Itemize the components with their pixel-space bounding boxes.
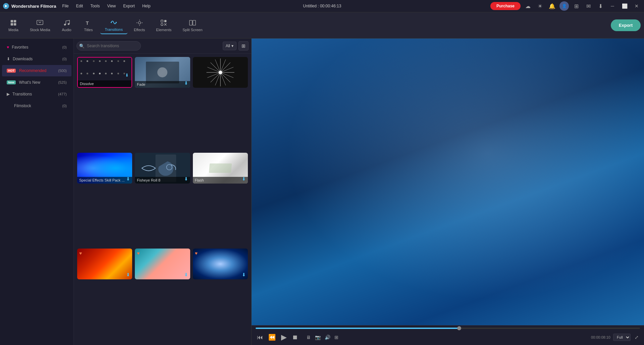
- menu-file[interactable]: File: [59, 2, 72, 10]
- notification-icon[interactable]: 🔔: [547, 1, 557, 11]
- playback-bar: ⏮ ⏪ ▶ ⏹ 🖥 📷 🔊 ⊞ 00:00:08:10 Full 1/2 1/4…: [252, 325, 644, 345]
- split-screen-label: Split Screen: [182, 28, 202, 32]
- toolbar-transitions[interactable]: Transitions: [100, 17, 127, 34]
- play-button[interactable]: ▶: [280, 332, 288, 343]
- sidebar-whatsnew-label: What's New: [19, 80, 41, 85]
- transition-fire[interactable]: ♥ ⬇: [77, 249, 132, 279]
- geo-premium-icon: ♥: [137, 251, 140, 256]
- filmstock-count: (0): [62, 104, 67, 108]
- flash-download-icon: ⬇: [242, 176, 246, 182]
- titles-label: Titles: [84, 28, 93, 32]
- transition-fade[interactable]: Fade ⬇: [135, 57, 190, 88]
- media-icon: [10, 19, 17, 26]
- transition-geo[interactable]: ♥ ⬇: [135, 249, 190, 279]
- screenshot-button[interactable]: 📷: [314, 333, 322, 341]
- volume-button[interactable]: 🔊: [323, 333, 332, 341]
- avatar-icon[interactable]: 👤: [559, 1, 569, 11]
- minimize-button[interactable]: ─: [608, 1, 617, 11]
- progress-thumb[interactable]: [457, 326, 461, 330]
- effects-icon: [136, 19, 143, 26]
- audio-label: Audio: [62, 28, 71, 32]
- fire-preview: [77, 249, 132, 279]
- menu-bar: File Edit Tools View Export Help: [59, 2, 154, 10]
- flash-label: Flash: [193, 177, 248, 184]
- fullscreen-button[interactable]: ⤢: [633, 333, 640, 341]
- monitor-button[interactable]: 🖥: [305, 333, 312, 341]
- rewind-button[interactable]: ⏮: [256, 333, 264, 342]
- app-logo: Wondershare Filmora: [3, 3, 56, 9]
- toolbar-media[interactable]: Media: [3, 17, 23, 34]
- search-input[interactable]: [76, 41, 141, 51]
- filmora-logo-icon: [3, 3, 9, 9]
- sidebar-item-whats-new[interactable]: New What's New (525): [2, 77, 71, 88]
- elements-icon: [160, 19, 167, 26]
- menu-view[interactable]: View: [104, 2, 119, 10]
- progress-track[interactable]: [256, 328, 640, 329]
- toolbar-split-screen[interactable]: Split Screen: [178, 17, 207, 34]
- sidebar-favorites-label: Favorites: [12, 45, 28, 50]
- menu-help[interactable]: Help: [139, 2, 154, 10]
- transition-special-effects[interactable]: Special Effects Skill Pack ... ⬇: [77, 153, 132, 184]
- transitions-count: (477): [58, 92, 67, 96]
- main-content: ♥ Favorites (0) ⬇ Downloads (0) HOT Reco…: [0, 39, 644, 345]
- sidebar-item-favorites[interactable]: ♥ Favorites (0): [2, 42, 71, 53]
- sidebar-item-recommended[interactable]: HOT Recommended (500): [2, 65, 71, 76]
- svg-rect-3: [11, 23, 13, 25]
- toolbar-elements[interactable]: Elements: [151, 17, 176, 34]
- close-button[interactable]: ✕: [632, 1, 641, 11]
- progress-fill: [256, 328, 459, 329]
- sidebar-transitions-label: Transitions: [12, 92, 32, 96]
- fisheye-download-icon: ⬇: [184, 176, 188, 182]
- media-label: Media: [8, 28, 18, 32]
- export-button[interactable]: Export: [611, 19, 641, 31]
- svg-point-6: [64, 23, 66, 25]
- maximize-button[interactable]: ⬜: [620, 1, 629, 11]
- geo-preview: [135, 249, 190, 279]
- purchase-button[interactable]: Purchase: [490, 2, 521, 10]
- quality-select[interactable]: Full 1/2 1/4: [613, 334, 631, 341]
- toolbar-stock-media[interactable]: Stock Media: [25, 17, 55, 34]
- chevron-right-icon: ▶: [7, 92, 10, 96]
- cloud-icon[interactable]: ☁: [523, 1, 533, 11]
- mail-icon[interactable]: ✉: [584, 1, 593, 11]
- svg-point-9: [111, 22, 112, 23]
- lightburst-download-icon: ⬇: [242, 272, 246, 277]
- filter-dropdown[interactable]: All ▾: [223, 42, 236, 50]
- prev-frame-button[interactable]: ⏪: [267, 332, 277, 342]
- menu-export[interactable]: Export: [120, 2, 138, 10]
- menu-edit[interactable]: Edit: [73, 2, 87, 10]
- transition-flash[interactable]: Flash ⬇: [193, 153, 248, 184]
- transition-lightburst[interactable]: ♥ ⬇: [193, 249, 248, 279]
- panel-body: ♥ Favorites (0) ⬇ Downloads (0) HOT Reco…: [0, 39, 251, 345]
- transition-starburst[interactable]: [193, 57, 248, 88]
- geo-download-icon: ⬇: [184, 272, 188, 277]
- sidebar-downloads-label: Downloads: [13, 57, 33, 61]
- transition-fisheye-roll[interactable]: Fisheye Roll 8 ⬇: [135, 153, 190, 184]
- toolbar-titles[interactable]: T Titles: [78, 17, 99, 34]
- brightness-icon[interactable]: ☀: [535, 1, 545, 11]
- split-screen-icon: [189, 19, 196, 26]
- preview-placeholder: [252, 39, 644, 325]
- sidebar-item-downloads[interactable]: ⬇ Downloads (0): [2, 53, 71, 65]
- toolbar-audio[interactable]: Audio: [57, 17, 77, 34]
- transition-dissolve[interactable]: ⬇ Dissolve: [77, 57, 132, 88]
- layout-button[interactable]: ⊞: [333, 333, 340, 341]
- stock-media-label: Stock Media: [30, 28, 50, 32]
- sidebar-item-filmstock[interactable]: Filmstock (0): [2, 100, 71, 112]
- favorites-count: (0): [62, 45, 67, 49]
- controls-row: ⏮ ⏪ ▶ ⏹ 🖥 📷 🔊 ⊞ 00:00:08:10 Full 1/2 1/4…: [256, 332, 640, 343]
- download-icon[interactable]: ⬇: [596, 1, 605, 11]
- time-display: 00:00:08:10: [591, 335, 610, 339]
- sidebar-item-transitions[interactable]: ▶ Transitions (477): [2, 88, 71, 100]
- effects-label: Effects: [134, 28, 145, 32]
- menu-tools[interactable]: Tools: [87, 2, 103, 10]
- toolbar-effects[interactable]: Effects: [129, 17, 150, 34]
- titles-icon: T: [85, 19, 92, 26]
- grid-view-button[interactable]: ⊞: [238, 41, 249, 51]
- starburst-preview: [193, 57, 248, 88]
- window-title: Untitled : 00:00:46:13: [157, 4, 488, 8]
- projects-icon[interactable]: ⊞: [572, 1, 581, 11]
- title-right-controls: Purchase ☁ ☀ 🔔 👤 ⊞ ✉ ⬇ ─ ⬜ ✕: [490, 1, 641, 11]
- fire-download-icon: ⬇: [126, 272, 130, 277]
- stop-button[interactable]: ⏹: [291, 333, 300, 342]
